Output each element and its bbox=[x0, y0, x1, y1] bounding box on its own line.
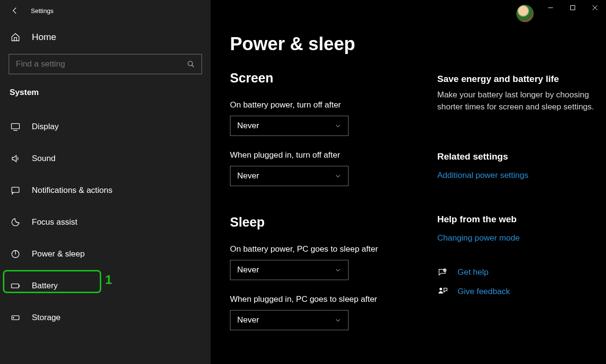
give-feedback-row[interactable]: Give feedback bbox=[437, 286, 596, 297]
search-icon bbox=[187, 60, 195, 68]
chevron-down-icon bbox=[335, 267, 341, 273]
dropdown-value: Never bbox=[237, 121, 259, 131]
window-title: Settings bbox=[31, 7, 54, 14]
screen-heading: Screen bbox=[230, 71, 423, 86]
settings-app: Settings Home System Display bbox=[0, 0, 606, 364]
monitor-icon bbox=[11, 122, 21, 132]
sleep-heading: Sleep bbox=[230, 215, 423, 230]
chevron-down-icon bbox=[335, 173, 341, 179]
home-label: Home bbox=[32, 32, 56, 42]
user-avatar[interactable] bbox=[516, 5, 534, 22]
svg-rect-7 bbox=[571, 6, 575, 10]
dropdown-value: Never bbox=[237, 171, 259, 181]
sidebar-item-notifications[interactable]: Notifications & actions bbox=[0, 175, 211, 206]
sleep-plugged-label: When plugged in, PC goes to sleep after bbox=[230, 295, 423, 304]
energy-heading: Save energy and battery life bbox=[437, 74, 596, 84]
screen-plugged-label: When plugged in, turn off after bbox=[230, 150, 423, 160]
svg-rect-4 bbox=[12, 284, 19, 288]
home-icon bbox=[11, 32, 21, 42]
dropdown-value: Never bbox=[237, 315, 259, 325]
sidebar-item-power-sleep[interactable]: Power & sleep bbox=[0, 238, 211, 270]
svg-text:?: ? bbox=[444, 270, 445, 272]
screen-battery-label: On battery power, turn off after bbox=[230, 100, 423, 110]
dropdown-value: Never bbox=[237, 265, 259, 275]
main-settings-column: Screen On battery power, turn off after … bbox=[230, 54, 423, 330]
sidebar-category: System bbox=[0, 74, 211, 99]
screen-battery-dropdown[interactable]: Never bbox=[230, 116, 349, 136]
sidebar-item-display[interactable]: Display bbox=[0, 111, 211, 143]
search-input[interactable] bbox=[16, 59, 177, 69]
related-heading: Related settings bbox=[437, 151, 596, 162]
minimize-button[interactable] bbox=[539, 0, 562, 15]
moon-icon bbox=[11, 217, 21, 227]
sidebar-item-label: Power & sleep bbox=[32, 249, 85, 259]
close-button[interactable] bbox=[584, 0, 606, 15]
svg-rect-2 bbox=[12, 187, 19, 192]
sidebar-item-storage[interactable]: Storage bbox=[0, 302, 211, 334]
battery-icon bbox=[11, 281, 21, 291]
give-feedback-link[interactable]: Give feedback bbox=[458, 287, 510, 297]
sleep-battery-dropdown[interactable]: Never bbox=[230, 260, 349, 280]
sidebar-item-label: Sound bbox=[32, 154, 55, 163]
search-box[interactable] bbox=[9, 54, 202, 74]
window-controls bbox=[539, 0, 606, 15]
feedback-icon bbox=[437, 286, 451, 297]
sidebar-item-home[interactable]: Home bbox=[0, 17, 211, 54]
sidebar-item-label: Notifications & actions bbox=[32, 186, 112, 195]
power-icon bbox=[11, 249, 21, 259]
chat-icon bbox=[11, 186, 21, 195]
svg-point-6 bbox=[13, 317, 14, 318]
sleep-plugged-dropdown[interactable]: Never bbox=[230, 310, 349, 330]
changing-power-mode-link[interactable]: Changing power mode bbox=[437, 233, 520, 243]
sound-icon bbox=[11, 154, 21, 163]
help-icon: ? bbox=[437, 267, 451, 278]
info-column: Save energy and battery life Make your b… bbox=[423, 54, 596, 330]
additional-power-settings-link[interactable]: Additional power settings bbox=[437, 171, 528, 180]
annotation-number-1: 1 bbox=[105, 272, 112, 287]
svg-point-0 bbox=[188, 61, 192, 66]
back-button[interactable] bbox=[11, 6, 19, 15]
storage-icon bbox=[11, 313, 21, 323]
help-heading: Help from the web bbox=[437, 214, 596, 225]
sidebar-item-label: Display bbox=[32, 122, 59, 132]
titlebar: Settings bbox=[0, 0, 211, 17]
sidebar-item-sound[interactable]: Sound bbox=[0, 143, 211, 175]
screen-plugged-dropdown[interactable]: Never bbox=[230, 166, 349, 186]
sidebar-nav: Display Sound Notifications & actions Fo… bbox=[0, 99, 211, 334]
sleep-battery-label: On battery power, PC goes to sleep after bbox=[230, 244, 423, 254]
chevron-down-icon bbox=[335, 317, 341, 324]
sidebar-item-label: Battery bbox=[32, 281, 58, 291]
sidebar-item-label: Storage bbox=[32, 313, 61, 323]
get-help-link[interactable]: Get help bbox=[458, 268, 488, 277]
energy-text: Make your battery last longer by choosin… bbox=[437, 89, 596, 113]
chevron-down-icon bbox=[335, 122, 341, 129]
content-pane: Power & sleep Screen On battery power, t… bbox=[211, 0, 606, 364]
sidebar: Settings Home System Display bbox=[0, 0, 211, 364]
sidebar-item-focus-assist[interactable]: Focus assist bbox=[0, 206, 211, 238]
maximize-button[interactable] bbox=[562, 0, 584, 15]
sidebar-item-label: Focus assist bbox=[32, 217, 77, 227]
svg-point-10 bbox=[440, 288, 443, 291]
svg-rect-1 bbox=[12, 123, 20, 129]
get-help-row[interactable]: ? Get help bbox=[437, 267, 596, 278]
